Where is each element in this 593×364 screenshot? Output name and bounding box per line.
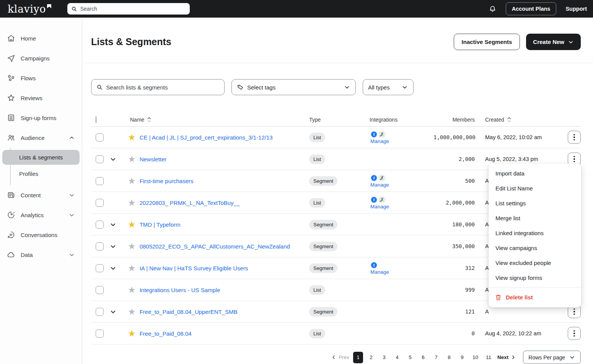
page-4-button[interactable]: 4: [392, 352, 402, 363]
menu-item-import-data[interactable]: Import data: [489, 166, 581, 181]
row-actions-kebab-button[interactable]: [568, 327, 581, 340]
notifications-bell-icon[interactable]: [489, 5, 497, 13]
favorite-star-icon[interactable]: ★: [128, 133, 136, 142]
expand-chevron-icon[interactable]: [109, 265, 117, 272]
global-search-input[interactable]: [80, 6, 186, 12]
cloud-icon: [7, 250, 15, 259]
chevron-down-icon: [68, 212, 75, 218]
favorite-star-icon[interactable]: ★: [128, 155, 136, 164]
page-1-button[interactable]: 1: [353, 352, 363, 363]
manage-integrations-link[interactable]: Manage: [370, 182, 389, 188]
sidebar-item-audience[interactable]: Audience: [0, 128, 82, 148]
list-name-link[interactable]: 20220803_ PRMK_L_NA_TextToBuy__: [140, 200, 240, 206]
list-name-link[interactable]: Free_to_Paid_08.04: [140, 330, 192, 337]
chevron-down-icon: [68, 252, 75, 258]
lists-search[interactable]: [91, 79, 225, 95]
page-10-button[interactable]: 10: [470, 352, 481, 363]
select-tags-dropdown[interactable]: Select tags: [231, 79, 356, 95]
sidebar-item-reviews[interactable]: Reviews: [0, 88, 82, 108]
sidebar-item-flows[interactable]: Flows: [0, 68, 82, 88]
page-3-button[interactable]: 3: [379, 352, 389, 363]
manage-integrations-link[interactable]: Manage: [370, 138, 389, 144]
klaviyo-logo[interactable]: klaviyo: [8, 3, 51, 15]
sidebar-item-content[interactable]: Content: [0, 185, 82, 205]
account-plans-button[interactable]: Account Plans: [506, 2, 557, 15]
expand-chevron-icon[interactable]: [109, 221, 117, 228]
row-checkbox[interactable]: [96, 242, 104, 250]
manage-integrations-link[interactable]: Manage: [370, 269, 389, 275]
favorite-star-icon[interactable]: ★: [128, 177, 136, 185]
row-checkbox[interactable]: [96, 286, 104, 294]
page-9-button[interactable]: 9: [457, 352, 467, 363]
row-actions-kebab-button[interactable]: [568, 131, 581, 144]
page-8-button[interactable]: 8: [444, 352, 454, 363]
favorite-star-icon[interactable]: ★: [128, 198, 136, 207]
sidebar-item-sign-up-forms[interactable]: Sign-up forms: [0, 108, 82, 128]
list-name-link[interactable]: Free_to_Paid_08.04_UpperENT_SMB: [140, 309, 238, 315]
row-checkbox[interactable]: [96, 199, 104, 207]
global-search[interactable]: [67, 3, 190, 15]
expand-chevron-icon[interactable]: [109, 308, 117, 315]
types-dropdown[interactable]: All types: [363, 79, 414, 95]
favorite-star-icon[interactable]: ★: [128, 242, 136, 251]
row-checkbox[interactable]: [96, 155, 104, 163]
star-icon: [7, 94, 15, 102]
expand-chevron-icon[interactable]: [109, 243, 117, 250]
sort-icon[interactable]: [507, 117, 512, 123]
sidebar-item-data[interactable]: Data: [0, 245, 82, 265]
sidebar-item-analytics[interactable]: Analytics: [0, 205, 82, 225]
menu-item-view-excluded-people[interactable]: View excluded people: [489, 255, 581, 270]
sidebar-item-lists-segments[interactable]: Lists & segments: [2, 150, 80, 165]
page-6-button[interactable]: 6: [418, 352, 428, 363]
create-new-button[interactable]: Create New: [526, 34, 581, 50]
page-11-button[interactable]: 11: [484, 352, 494, 363]
column-header-created[interactable]: Created: [483, 117, 565, 123]
favorite-star-icon[interactable]: ★: [128, 329, 136, 338]
expand-chevron-icon[interactable]: [109, 156, 117, 163]
inactive-segments-button[interactable]: Inactive Segments: [454, 34, 520, 50]
sidebar-item-home[interactable]: Home: [0, 28, 82, 48]
row-checkbox[interactable]: [96, 221, 104, 229]
sidebar-item-conversations[interactable]: Conversations: [0, 225, 82, 245]
select-all-checkbox[interactable]: [96, 116, 96, 123]
row-checkbox[interactable]: [96, 264, 104, 272]
menu-item-view-signup-forms[interactable]: View signup forms: [489, 270, 581, 285]
next-page-button[interactable]: Next: [497, 354, 516, 360]
page-5-button[interactable]: 5: [405, 352, 415, 363]
list-name-link[interactable]: TMD | Typeform: [140, 221, 181, 228]
sort-icon[interactable]: [147, 117, 152, 123]
page-2-button[interactable]: 2: [366, 352, 376, 363]
prev-page-button[interactable]: Prev: [331, 354, 349, 360]
sidebar-item-campaigns[interactable]: Campaigns: [0, 48, 82, 68]
list-name-link[interactable]: Newsletter: [140, 156, 167, 162]
row-checkbox[interactable]: [96, 133, 104, 141]
row-checkbox[interactable]: [96, 330, 104, 338]
list-name-link[interactable]: 08052022_ECO_S_APAC_AllCustomers_AC_NewZ…: [140, 243, 290, 250]
menu-item-list-settings[interactable]: List settings: [489, 196, 581, 211]
favorite-star-icon[interactable]: ★: [128, 220, 136, 229]
manage-integrations-link[interactable]: Manage: [370, 204, 389, 210]
list-name-link[interactable]: IA | New Nav | HaTS Survey Eligible User…: [140, 265, 248, 271]
favorite-star-icon[interactable]: ★: [128, 286, 136, 294]
menu-item-view-campaigns[interactable]: View campaigns: [489, 240, 581, 255]
menu-item-edit-list-name[interactable]: Edit List Name: [489, 181, 581, 196]
list-name-link[interactable]: First-time purchasers: [140, 178, 194, 184]
column-header-members: Members: [433, 117, 483, 123]
support-link[interactable]: Support: [565, 6, 587, 12]
favorite-star-icon[interactable]: ★: [128, 264, 136, 273]
list-name-link[interactable]: CE | Acad | JL | SJ_prod_cert_expiration…: [140, 134, 273, 141]
sidebar-item-profiles[interactable]: Profiles: [2, 166, 80, 181]
list-name-link[interactable]: Integrations Users - US Sample: [140, 287, 220, 293]
type-badge: List: [309, 154, 325, 164]
favorite-star-icon[interactable]: ★: [128, 307, 136, 316]
delete-list-menu-item[interactable]: Delete list: [489, 289, 581, 305]
row-checkbox[interactable]: [96, 177, 104, 185]
rows-per-page-dropdown[interactable]: Rows Per page: [523, 351, 581, 364]
row-checkbox[interactable]: [96, 308, 104, 316]
column-header-name[interactable]: Name: [122, 117, 309, 123]
menu-item-merge-list[interactable]: Merge list: [489, 211, 581, 226]
page-7-button[interactable]: 7: [431, 352, 441, 363]
lists-search-input[interactable]: [106, 84, 219, 91]
chevron-down-icon: [68, 192, 75, 198]
menu-item-linked-integrations[interactable]: Linked integrations: [489, 226, 581, 240]
